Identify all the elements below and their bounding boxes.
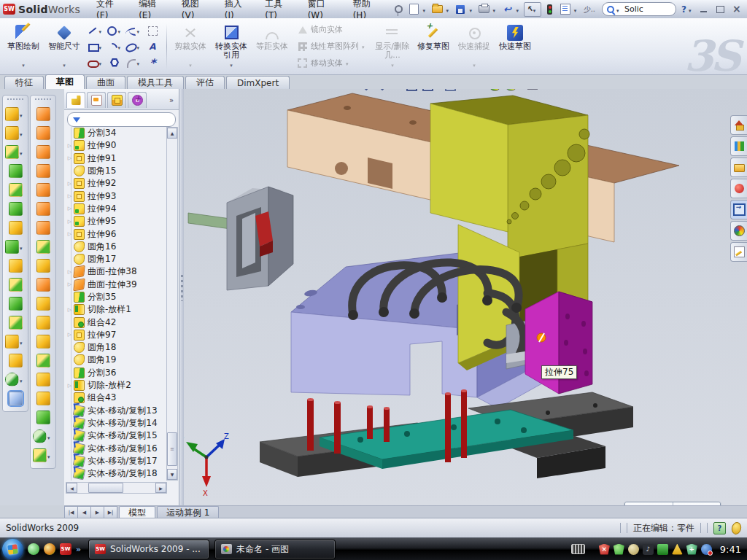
panel-overflow-button[interactable]: »: [169, 96, 177, 104]
knit-surface-icon[interactable]: [36, 392, 50, 405]
tree-item[interactable]: 圆角18: [66, 341, 166, 354]
tab-appearances[interactable]: [730, 221, 747, 241]
restore-button[interactable]: [715, 5, 725, 14]
lofted-boss-icon[interactable]: [9, 164, 23, 178]
undo-dropdown[interactable]: [516, 4, 522, 15]
tab-toolbox[interactable]: [730, 179, 747, 198]
undo-button[interactable]: ↩: [500, 3, 514, 16]
search-input[interactable]: Solic: [624, 4, 643, 14]
security-center-tray-icon[interactable]: +: [686, 544, 697, 555]
search-dropdown[interactable]: [616, 4, 622, 15]
extruded-boss-icon[interactable]: [5, 107, 19, 121]
next-tab-button[interactable]: ▶: [91, 506, 104, 518]
tab-custom-properties[interactable]: [730, 242, 747, 262]
tab-model[interactable]: 模型: [119, 506, 155, 518]
scroll-down-button[interactable]: ▼: [167, 469, 177, 480]
zoom-to-fit-icon[interactable]: [357, 89, 370, 91]
ruled-surface-icon[interactable]: [36, 278, 50, 292]
reference-geometry-icon[interactable]: [9, 354, 23, 368]
tab-feature-manager[interactable]: [66, 92, 85, 108]
thicken-icon[interactable]: [36, 411, 50, 424]
pin-menu-icon[interactable]: [392, 3, 405, 16]
pattern-icon[interactable]: [5, 240, 19, 254]
curves-icon[interactable]: [5, 373, 19, 386]
move-entities-button[interactable]: 移动实体: [294, 55, 371, 71]
select-dropdown[interactable]: [533, 4, 539, 15]
thickened-cut-icon[interactable]: [33, 429, 47, 443]
scroll-thumb[interactable]: ≡: [167, 432, 177, 466]
expand-arrow-icon[interactable]: [66, 193, 74, 199]
edit-appearance-icon[interactable]: [489, 89, 501, 91]
scroll-up-button[interactable]: ▲: [167, 128, 177, 139]
circle-tool-icon[interactable]: [106, 25, 117, 36]
tab-mold-tools[interactable]: 模具工具: [127, 76, 184, 89]
line-tool-icon[interactable]: [87, 25, 98, 36]
sketch-fillet-icon[interactable]: [125, 57, 136, 69]
polygon-tool-icon[interactable]: [109, 57, 120, 69]
download-speed[interactable]: ↓0KB/S: [625, 502, 673, 505]
first-tab-button[interactable]: |◀: [64, 506, 78, 518]
display-style-icon[interactable]: [444, 89, 457, 91]
display-delete-relations-button[interactable]: 显示/删除几...: [374, 22, 411, 71]
smart-dimension-button[interactable]: 智能尺寸: [45, 22, 83, 71]
hole-wizard-icon[interactable]: [9, 221, 23, 235]
tab-configuration-manager[interactable]: [107, 92, 126, 108]
ellipse-tool-icon[interactable]: [125, 41, 136, 52]
view-orientation-icon[interactable]: [422, 89, 434, 91]
update-tray-icon[interactable]: [701, 544, 712, 555]
tab-view-palette[interactable]: [730, 200, 747, 219]
print-button[interactable]: [477, 3, 490, 16]
tree-horizontal-scrollbar[interactable]: ◀ ▶: [66, 482, 167, 494]
expand-arrow-icon[interactable]: [66, 332, 74, 338]
volume-tray-icon[interactable]: ♪: [643, 544, 654, 555]
help-button[interactable]: ?: [681, 4, 686, 15]
convert-entities-button[interactable]: 转换实体引用: [212, 22, 250, 71]
scroll-thumb[interactable]: [88, 483, 123, 493]
start-button[interactable]: [2, 539, 23, 560]
boundary-surface-icon[interactable]: [36, 183, 50, 197]
expand-arrow-icon[interactable]: [66, 281, 74, 287]
offset-surface-icon[interactable]: [36, 259, 50, 273]
tab-evaluate[interactable]: 评估: [185, 76, 225, 89]
tree-item[interactable]: 组合42: [66, 316, 166, 328]
part-clamp-gray[interactable]: [188, 187, 293, 290]
untrim-surface-icon[interactable]: [36, 373, 50, 386]
options-dropdown[interactable]: [574, 4, 580, 15]
fillet-feature-icon[interactable]: [9, 259, 23, 273]
tree-item[interactable]: 实体-移动/复制14: [66, 417, 166, 429]
minimize-button[interactable]: [699, 5, 709, 14]
tree-item[interactable]: 分割34: [66, 127, 166, 139]
status-help-button[interactable]: ?: [713, 522, 726, 534]
tab-surfaces[interactable]: 曲面: [86, 76, 125, 89]
graphics-viewport[interactable]: X Y Z 拉伸75 ↓0KB/S ↑: [184, 89, 747, 505]
tree-item[interactable]: 切除-放样1: [66, 303, 166, 316]
search-box[interactable]: Solic: [602, 2, 676, 16]
zoom-to-area-icon[interactable]: [374, 89, 386, 91]
point-tool-icon[interactable]: [147, 57, 158, 69]
delete-face-icon[interactable]: [36, 297, 50, 311]
tree-filter-box[interactable]: [67, 112, 176, 127]
upload-speed[interactable]: ↑0KB/S: [673, 502, 721, 505]
boundary-boss-icon[interactable]: [9, 183, 23, 197]
extruded-surface-icon[interactable]: [36, 145, 50, 159]
taskbar-item-paint[interactable]: 未命名 - 画图: [214, 540, 336, 559]
expand-arrow-icon[interactable]: [66, 206, 74, 211]
tree-item[interactable]: 实体-移动/复制18: [66, 467, 166, 480]
tree-item[interactable]: 拉伸93: [66, 190, 166, 202]
tab-file-explorer[interactable]: [730, 158, 747, 177]
badge-tray-icon[interactable]: [628, 544, 639, 555]
tree-item[interactable]: 拉伸90: [66, 139, 166, 152]
extend-surface-icon[interactable]: [36, 335, 50, 349]
apply-scene-icon[interactable]: [505, 89, 517, 91]
tab-features[interactable]: 特征: [4, 76, 44, 89]
draft-icon[interactable]: [9, 297, 23, 311]
instant3d-icon[interactable]: [9, 392, 23, 405]
tree-item[interactable]: 拉伸95: [66, 215, 166, 228]
swept-boss-icon[interactable]: [5, 145, 19, 159]
network-tray-icon[interactable]: [657, 544, 668, 555]
tree-item[interactable]: 实体-移动/复制15: [66, 429, 166, 442]
tree-item[interactable]: 拉伸94: [66, 203, 166, 215]
trim-entities-button[interactable]: 剪裁实体: [171, 22, 209, 71]
expand-arrow-icon[interactable]: [66, 231, 74, 237]
expand-arrow-icon[interactable]: [66, 143, 74, 149]
